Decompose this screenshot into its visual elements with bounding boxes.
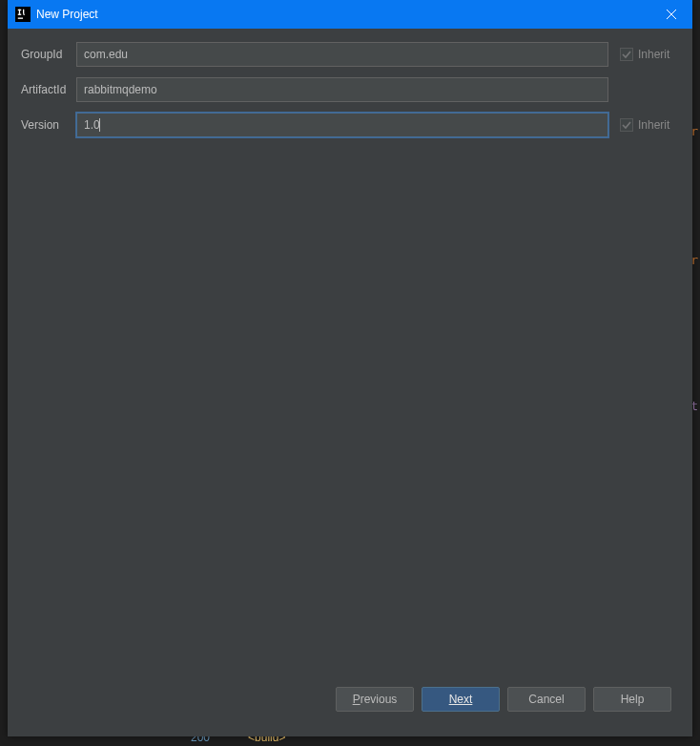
inherit-label: Inherit bbox=[638, 48, 669, 61]
cancel-button[interactable]: Cancel bbox=[507, 687, 586, 712]
artifactid-input[interactable] bbox=[76, 77, 608, 102]
titlebar[interactable]: New Project bbox=[8, 0, 692, 29]
groupid-inherit-checkbox[interactable] bbox=[620, 48, 633, 61]
next-label: Next bbox=[449, 693, 473, 706]
groupid-inherit: Inherit bbox=[608, 48, 681, 61]
version-inherit-checkbox[interactable] bbox=[620, 118, 633, 132]
check-icon bbox=[622, 120, 631, 130]
groupid-row: GroupId Inherit bbox=[19, 42, 681, 67]
inherit-label: Inherit bbox=[638, 118, 669, 132]
close-button[interactable] bbox=[649, 0, 692, 29]
content-spacer bbox=[19, 148, 681, 679]
next-button[interactable]: Next bbox=[422, 687, 500, 712]
new-project-dialog: New Project GroupId Inherit ArtifactId V… bbox=[8, 0, 692, 736]
groupid-input[interactable] bbox=[76, 42, 608, 67]
check-icon bbox=[622, 50, 631, 59]
version-input[interactable]: 1.0 bbox=[76, 113, 608, 137]
groupid-label: GroupId bbox=[19, 48, 76, 61]
svg-rect-3 bbox=[18, 14, 22, 15]
previous-button[interactable]: Previous bbox=[336, 687, 414, 712]
help-button[interactable]: Help bbox=[593, 687, 671, 712]
intellij-icon bbox=[15, 7, 31, 22]
svg-rect-5 bbox=[18, 18, 23, 19]
version-row: Version 1.0 Inherit bbox=[19, 113, 681, 137]
version-value: 1.0 bbox=[84, 118, 100, 132]
close-icon bbox=[667, 10, 676, 19]
svg-rect-4 bbox=[23, 10, 24, 14]
artifactid-row: ArtifactId bbox=[19, 77, 681, 102]
dialog-content: GroupId Inherit ArtifactId Version 1.0 I… bbox=[8, 29, 692, 736]
version-label: Version bbox=[19, 118, 76, 132]
version-inherit: Inherit bbox=[608, 118, 681, 132]
text-caret bbox=[99, 118, 100, 132]
dialog-title: New Project bbox=[36, 8, 649, 21]
dialog-button-bar: Previous Next Cancel Help bbox=[19, 679, 681, 723]
artifactid-label: ArtifactId bbox=[19, 83, 76, 96]
